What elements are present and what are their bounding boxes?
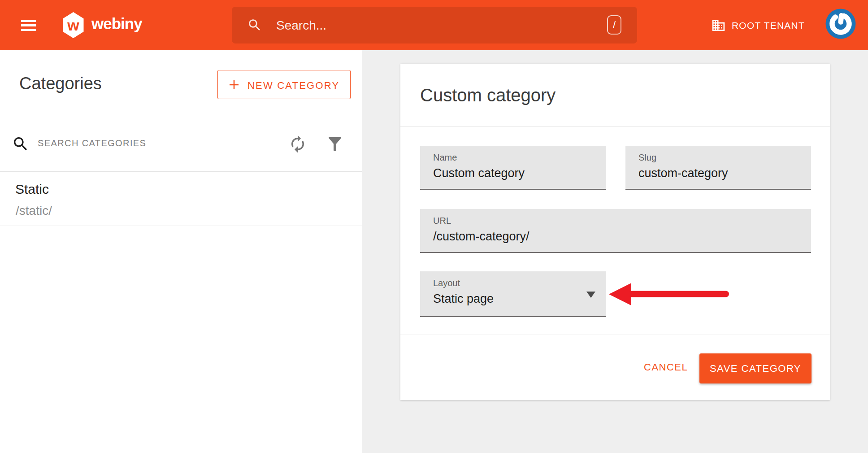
svg-text:w: w (67, 17, 79, 34)
